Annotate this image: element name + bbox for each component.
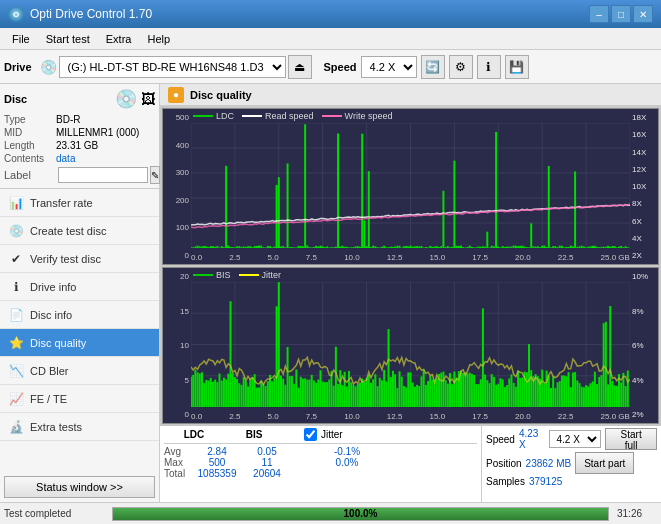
samples-row: Samples 379125: [486, 476, 657, 487]
start-part-button[interactable]: Start part: [575, 452, 634, 474]
avg-ldc: 2.84: [192, 446, 242, 457]
max-jitter: 0.0%: [322, 457, 372, 468]
info-button[interactable]: ℹ: [477, 55, 501, 79]
legend-jitter: Jitter: [262, 270, 282, 280]
speed-row: Speed 4.23 X 4.2 X Start full: [486, 428, 657, 450]
mid-label: MID: [4, 127, 56, 138]
contents-label: Contents: [4, 153, 56, 164]
refresh-button[interactable]: 🔄: [421, 55, 445, 79]
chart2-legend: BIS Jitter: [193, 270, 281, 280]
stats-right-panel: Speed 4.23 X 4.2 X Start full Position 2…: [481, 426, 661, 502]
drive-label: Drive: [4, 61, 32, 73]
content-area: ● Disc quality LDC Read speed: [160, 84, 661, 502]
chart1-canvas: [191, 123, 630, 248]
disc-info-icon: 📄: [8, 307, 24, 323]
status-bar: Test completed 100.0% 31:26: [0, 502, 661, 524]
menu-starttest[interactable]: Start test: [38, 28, 98, 49]
toolbar: Drive 💿 (G:) HL-DT-ST BD-RE WH16NS48 1.D…: [0, 50, 661, 84]
speed-stat-select[interactable]: 4.2 X: [549, 430, 601, 448]
disc-quality-icon: ⭐: [8, 335, 24, 351]
type-value: BD-R: [56, 114, 80, 125]
col-ldc: LDC: [164, 429, 224, 440]
sidebar-item-fe-te[interactable]: 📈 FE / TE: [0, 385, 159, 413]
status-text: Test completed: [4, 508, 104, 519]
jitter-checkbox[interactable]: [304, 428, 317, 441]
contents-value: data: [56, 153, 75, 164]
save-button[interactable]: 💾: [505, 55, 529, 79]
sidebar-label-fe-te: FE / TE: [30, 393, 67, 405]
speed-select[interactable]: 4.2 X: [361, 56, 417, 78]
position-row: Position 23862 MB Start part: [486, 452, 657, 474]
window-title: Opti Drive Control 1.70: [30, 7, 152, 21]
stats-layout: LDC BIS Jitter Avg 2.84 0.05 -0.1%: [160, 426, 661, 502]
chart2-y-axis-right: 10% 8% 6% 4% 2%: [630, 268, 658, 423]
title-bar: O Opti Drive Control 1.70 – □ ✕: [0, 0, 661, 28]
time-elapsed: 31:26: [617, 508, 657, 519]
chart1-y-axis-right: 18X 16X 14X 12X 10X 8X 6X 4X 2X: [630, 109, 658, 264]
chart2-x-axis: 0.0 2.5 5.0 7.5 10.0 12.5 15.0 17.5 20.0…: [191, 412, 630, 421]
sidebar-label-disc-info: Disc info: [30, 309, 72, 321]
col-bis: BIS: [224, 429, 284, 440]
sidebar-label-disc-quality: Disc quality: [30, 337, 86, 349]
sidebar-item-cd-bler[interactable]: 📉 CD Bler: [0, 357, 159, 385]
disc-section-label: Disc: [4, 93, 27, 105]
status-window-button[interactable]: Status window >>: [4, 476, 155, 498]
jitter-label: Jitter: [321, 429, 343, 440]
menu-file[interactable]: File: [4, 28, 38, 49]
chart2-canvas: [191, 282, 630, 407]
sidebar-item-transfer-rate[interactable]: 📊 Transfer rate: [0, 189, 159, 217]
main-layout: Disc 💿 🖼 Type BD-R MID MILLENMR1 (000) L…: [0, 84, 661, 502]
close-button[interactable]: ✕: [633, 5, 653, 23]
eject-button[interactable]: ⏏: [288, 55, 312, 79]
max-bis: 11: [242, 457, 292, 468]
legend-write-speed: Write speed: [345, 111, 393, 121]
sidebar-item-extra-tests[interactable]: 🔬 Extra tests: [0, 413, 159, 441]
window-controls: – □ ✕: [589, 5, 653, 23]
chart1-x-axis: 0.0 2.5 5.0 7.5 10.0 12.5 15.0 17.5 20.0…: [191, 253, 630, 262]
menu-help[interactable]: Help: [139, 28, 178, 49]
minimize-button[interactable]: –: [589, 5, 609, 23]
maximize-button[interactable]: □: [611, 5, 631, 23]
sidebar-label-cd-bler: CD Bler: [30, 365, 69, 377]
chart2-y-axis-left: 20 15 10 5 0: [163, 268, 191, 423]
drive-icon: 💿: [40, 59, 57, 75]
chart1-y-axis-left: 500 400 300 200 100 0: [163, 109, 191, 264]
max-label: Max: [164, 457, 192, 468]
fe-te-icon: 📈: [8, 391, 24, 407]
label-edit-button[interactable]: ✎: [150, 166, 160, 184]
sidebar-item-drive-info[interactable]: ℹ Drive info: [0, 273, 159, 301]
verify-disc-icon: ✔: [8, 251, 24, 267]
sidebar-item-disc-info[interactable]: 📄 Disc info: [0, 301, 159, 329]
chart-ldc: LDC Read speed Write speed 500 400 30: [162, 108, 659, 265]
settings-button[interactable]: ⚙: [449, 55, 473, 79]
chart-bis: BIS Jitter 20 15 10 5 0: [162, 267, 659, 424]
speed-stat-label: Speed: [486, 434, 515, 445]
extra-tests-icon: 🔬: [8, 419, 24, 435]
legend-bis: BIS: [216, 270, 231, 280]
samples-label: Samples: [486, 476, 525, 487]
jitter-check-row: Jitter: [304, 428, 343, 441]
label-input[interactable]: [58, 167, 148, 183]
sidebar-label-extra-tests: Extra tests: [30, 421, 82, 433]
sidebar-item-verify-disc[interactable]: ✔ Verify test disc: [0, 245, 159, 273]
sidebar-label-drive-info: Drive info: [30, 281, 76, 293]
disc-quality-title: Disc quality: [190, 89, 252, 101]
disc-quality-header-icon: ●: [168, 87, 184, 103]
drive-select[interactable]: (G:) HL-DT-ST BD-RE WH16NS48 1.D3: [59, 56, 286, 78]
length-label: Length: [4, 140, 56, 151]
legend-read-speed: Read speed: [265, 111, 314, 121]
legend-ldc: LDC: [216, 111, 234, 121]
disc-graphic-icon: 💿: [115, 88, 137, 110]
disc-quality-header: ● Disc quality: [160, 84, 661, 106]
sidebar-label-transfer-rate: Transfer rate: [30, 197, 93, 209]
avg-label: Avg: [164, 446, 192, 457]
chart2-inner: [191, 282, 630, 407]
total-label: Total: [164, 468, 192, 479]
start-full-button[interactable]: Start full: [605, 428, 657, 450]
progress-text: 100.0%: [113, 508, 608, 520]
total-bis: 20604: [242, 468, 292, 479]
sidebar-item-create-test[interactable]: 💿 Create test disc: [0, 217, 159, 245]
menu-extra[interactable]: Extra: [98, 28, 140, 49]
sidebar-item-disc-quality[interactable]: ⭐ Disc quality: [0, 329, 159, 357]
avg-jitter: -0.1%: [322, 446, 372, 457]
